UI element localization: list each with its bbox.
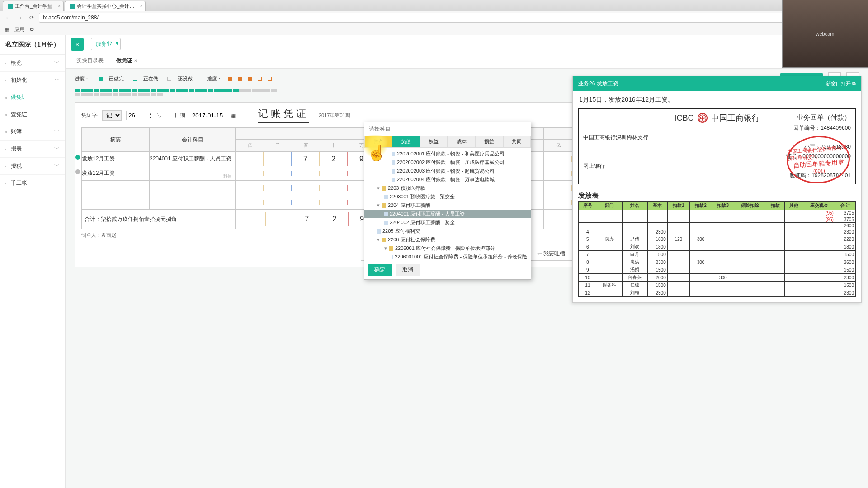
apps-icon[interactable]: ▦	[5, 27, 9, 33]
sidebar-item-label: 初始化	[11, 76, 27, 84]
close-icon[interactable]: ×	[134, 58, 137, 63]
doc-tab[interactable]: 实操目录表	[75, 53, 105, 68]
menu-icon: ▫	[5, 94, 7, 101]
salary-cell	[785, 210, 803, 216]
tree-node[interactable]: ▾2206 应付社会保障费	[364, 235, 531, 244]
sidebar-item[interactable]: ▫手工帐	[0, 175, 65, 192]
tree-node[interactable]: 2202002001 应付账款 - 物资 - 和美医疗用品公司	[364, 150, 531, 158]
browser-tab-2[interactable]: 会计学堂实操中心_会计…×	[65, 1, 146, 11]
tree-node[interactable]: ▾2206001 应付社会保障费 - 保险单位承担部分	[364, 244, 531, 253]
bookmark-item[interactable]: ✿	[30, 27, 34, 33]
bookmarks-apps[interactable]: 应用	[14, 26, 24, 33]
url-bar[interactable]: lx.acc5.com/main_288/	[39, 13, 864, 23]
voucher-subject-cell[interactable]	[150, 195, 236, 210]
salary-cell: 300	[689, 235, 712, 243]
salary-cell: 刘欢	[622, 243, 647, 251]
voucher-summary-cell[interactable]	[82, 195, 150, 210]
sidebar-item[interactable]: ▫报表﹀	[0, 141, 65, 158]
salary-table-title: 发放表	[573, 189, 861, 201]
tree-node[interactable]: 2203001 预收医疗款 - 预交金	[364, 192, 531, 201]
picker-tab[interactable]: 成本	[448, 136, 475, 148]
doc-tab-label: 实操目录表	[76, 57, 104, 64]
tree-node[interactable]: 2202002003 应付账款 - 物资 - 起航贸易公司	[364, 167, 531, 175]
picker-cancel-button[interactable]: 取消	[396, 264, 420, 276]
tree-node[interactable]: 2206001001 应付社会保障费 - 保险单位承担部分 - 养老保险	[364, 253, 531, 261]
salary-cell	[689, 282, 712, 289]
tree-node[interactable]: 2205 应付福利费	[364, 227, 531, 235]
sidebar-item[interactable]: ▫账簿﹀	[0, 123, 65, 141]
salary-cell	[712, 243, 734, 251]
service-select[interactable]: 服务业	[91, 38, 121, 50]
forward-icon[interactable]: →	[15, 13, 24, 22]
tree-node[interactable]: 2204001 应付职工薪酬 - 人员工资	[364, 210, 531, 218]
salary-cell	[785, 235, 803, 243]
chevron-down-icon: ﹀	[54, 59, 60, 67]
task-header: 业务26 发放工资 新窗口打开 ⧉	[573, 76, 861, 91]
salary-cell	[785, 266, 803, 274]
salary-cell	[766, 229, 785, 235]
task-desc: 1月15日，发放2016年12月工资。	[573, 91, 861, 108]
salary-cell: 1500	[835, 251, 855, 258]
collapse-sidebar-button[interactable]: «	[71, 38, 84, 51]
salary-cell	[803, 258, 835, 266]
picker-tab[interactable]: 资产	[364, 136, 392, 148]
calendar-icon[interactable]: ▦	[231, 113, 236, 119]
doc-tab[interactable]: 做凭证×	[114, 53, 139, 68]
salary-cell: 2300	[647, 229, 667, 235]
picker-tab[interactable]: 负债	[392, 136, 420, 148]
browser-tab-1[interactable]: 工作台_会计学堂×	[3, 1, 64, 11]
picker-tab[interactable]: 共同	[503, 136, 531, 148]
voucher-summary-cell[interactable]: 发放12月工资	[82, 152, 150, 166]
tree-node-label: 2204 应付职工薪酬	[388, 202, 430, 209]
voucher-subject-cell[interactable]: 2204001 应付职工薪酬 - 人员工资	[150, 152, 236, 166]
salary-col: 部门	[597, 202, 622, 210]
voucher-number-input[interactable]	[126, 111, 144, 120]
salary-cell	[667, 274, 689, 282]
feedback-button[interactable]: ↩ 我要吐槽	[529, 247, 573, 261]
salary-cell	[689, 223, 712, 229]
tree-node[interactable]: 2202002004 应付账款 - 物资 - 万事达电脑城	[364, 175, 531, 184]
sidebar-item[interactable]: ▫报税﹀	[0, 158, 65, 175]
close-icon[interactable]: ×	[58, 4, 61, 9]
open-new-window-button[interactable]: 新窗口打开 ⧉	[826, 80, 856, 87]
voucher-summary-cell[interactable]	[82, 181, 150, 195]
salary-cell	[803, 229, 835, 235]
picker-ok-button[interactable]: 确定	[368, 264, 392, 276]
voucher-subject-cell[interactable]: 科目	[150, 166, 236, 181]
tree-node[interactable]: 2202002002 应付账款 - 物资 - 加成医疗器械公司	[364, 158, 531, 167]
reload-icon[interactable]: ⟳	[27, 13, 36, 22]
bank-channel: 网上银行	[583, 162, 605, 170]
tree-node[interactable]: 2204002 应付职工薪酬 - 奖金	[364, 218, 531, 227]
salary-cell	[803, 223, 835, 229]
salary-cell: 300	[712, 274, 734, 282]
account-picker: 选择科目 资产负债权益成本损益共同 2202002001 应付账款 - 物资 -…	[364, 122, 531, 280]
number-stepper[interactable]: ▲▼	[149, 113, 152, 119]
tree-node-label: 2206 应付社会保障费	[388, 236, 435, 243]
voucher-word-select[interactable]: 记	[102, 110, 122, 121]
doc-tab-label: 做凭证	[116, 57, 132, 64]
sidebar-item[interactable]: ▫初始化﹀	[0, 72, 65, 89]
sidebar-item[interactable]: ▫查凭证	[0, 106, 65, 123]
salary-cell	[734, 251, 766, 258]
voucher-summary-cell[interactable]: 发放12月工资	[82, 166, 150, 181]
picker-tree[interactable]: 2202002001 应付账款 - 物资 - 和美医疗用品公司220200200…	[364, 148, 531, 261]
picker-tab[interactable]: 权益	[420, 136, 448, 148]
salary-cell	[597, 251, 622, 258]
tree-node-label: 2206001 应付社会保障费 - 保险单位承担部分	[395, 245, 495, 252]
picker-tab[interactable]: 损益	[475, 136, 503, 148]
salary-cell: 5	[579, 235, 597, 243]
sidebar-item[interactable]: ▫概览﹀	[0, 55, 65, 72]
back-icon[interactable]: ←	[4, 13, 13, 22]
sidebar-item[interactable]: ▫做凭证	[0, 89, 65, 106]
folder-icon	[382, 186, 386, 191]
voucher-subject-cell[interactable]	[150, 181, 236, 195]
tree-node[interactable]: ▾2204 应付职工薪酬	[364, 201, 531, 210]
salary-cell	[622, 229, 647, 235]
bank-name-cn: 中国工商银行	[711, 113, 760, 123]
salary-cell: 12	[579, 289, 597, 297]
salary-cell: 1800	[835, 243, 855, 251]
salary-cell	[647, 216, 667, 223]
voucher-date-input[interactable]	[190, 111, 226, 120]
close-icon[interactable]: ×	[140, 4, 142, 9]
tree-node[interactable]: ▾2203 预收医疗款	[364, 184, 531, 192]
